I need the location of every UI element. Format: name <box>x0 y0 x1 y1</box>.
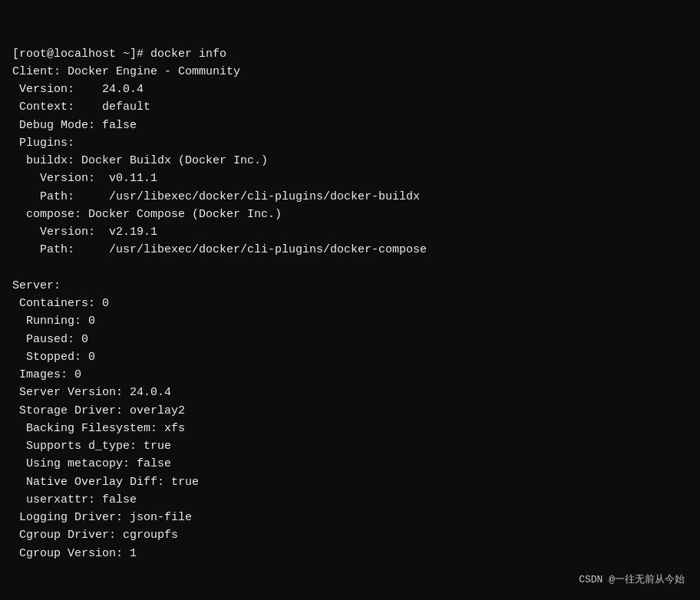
terminal-line: buildx: Docker Buildx (Docker Inc.) <box>12 152 688 170</box>
terminal-line: Server Version: 24.0.4 <box>12 384 688 401</box>
terminal-line: Supports d_type: true <box>12 437 688 455</box>
terminal-line: Cgroup Driver: cgroupfs <box>12 526 688 544</box>
terminal-line: compose: Docker Compose (Docker Inc.) <box>12 206 688 223</box>
terminal-line: [root@localhost ~]# docker info <box>12 45 688 63</box>
terminal-line: Version: v2.19.1 <box>12 223 688 241</box>
terminal-line: Version: v0.11.1 <box>12 170 688 187</box>
terminal-line: Running: 0 <box>12 312 688 330</box>
terminal-line: Paused: 0 <box>12 331 688 348</box>
terminal-line: userxattr: false <box>12 491 688 509</box>
terminal-line: Stopped: 0 <box>12 348 688 366</box>
terminal-output: [root@localhost ~]# docker infoClient: D… <box>12 9 688 562</box>
terminal-line: Path: /usr/libexec/docker/cli-plugins/do… <box>12 241 688 259</box>
terminal-line: Plugins: <box>12 134 688 152</box>
terminal-window: [root@localhost ~]# docker infoClient: D… <box>0 0 700 600</box>
terminal-line: Containers: 0 <box>12 295 688 312</box>
terminal-line: Path: /usr/libexec/docker/cli-plugins/do… <box>12 188 688 206</box>
terminal-line: Backing Filesystem: xfs <box>12 420 688 437</box>
terminal-line: Context: default <box>12 98 688 116</box>
terminal-line: Native Overlay Diff: true <box>12 473 688 491</box>
terminal-line: Client: Docker Engine - Community <box>12 63 688 81</box>
terminal-line: Images: 0 <box>12 366 688 384</box>
terminal-line: Debug Mode: false <box>12 117 688 134</box>
terminal-line: Logging Driver: json-file <box>12 509 688 526</box>
terminal-line: Storage Driver: overlay2 <box>12 402 688 420</box>
terminal-line <box>12 259 688 277</box>
terminal-line: Server: <box>12 277 688 295</box>
watermark-text: CSDN @一往无前从今始 <box>579 572 685 586</box>
terminal-line: Version: 24.0.4 <box>12 81 688 98</box>
terminal-line: Using metacopy: false <box>12 455 688 473</box>
terminal-line: Cgroup Version: 1 <box>12 545 688 562</box>
